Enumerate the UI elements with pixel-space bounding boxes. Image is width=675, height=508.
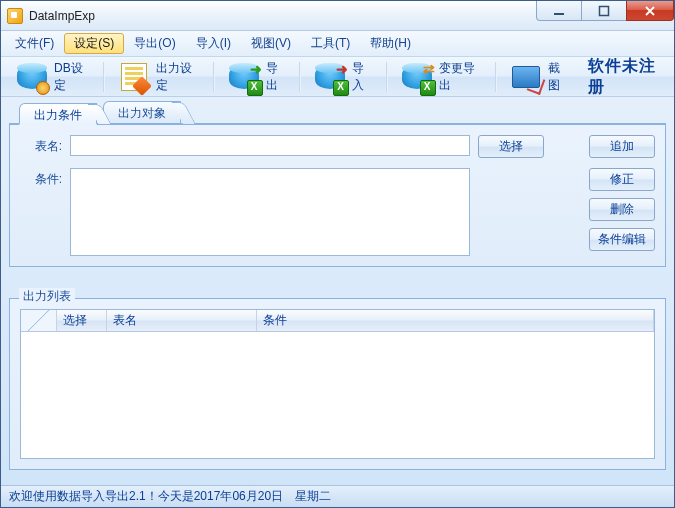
select-button[interactable]: 选择 [478, 135, 544, 158]
modify-button[interactable]: 修正 [589, 168, 655, 191]
condition-label: 条件: [20, 168, 62, 188]
output-grid[interactable]: 选择 表名 条件 [20, 309, 655, 459]
toolbar-separator [299, 62, 301, 92]
condition-input[interactable] [70, 168, 470, 256]
note-pencil-icon [118, 61, 150, 93]
unregistered-label: 软件未注册 [588, 56, 668, 98]
tab-row: 出力条件 出力对象 [9, 103, 666, 125]
tool-export[interactable]: ➜ 导出 [219, 60, 296, 94]
db-import-icon: ➜ [314, 61, 346, 93]
toolbar-separator [103, 62, 105, 92]
menubar: 文件(F) 设定(S) 导出(O) 导入(I) 视图(V) 工具(T) 帮助(H… [1, 31, 674, 57]
grid-header: 选择 表名 条件 [21, 310, 654, 332]
tool-out-config[interactable]: 出力设定 [109, 60, 208, 94]
tool-change-export[interactable]: ⇄ 变更导出 [392, 60, 491, 94]
window-title: DataImpExp [29, 9, 95, 23]
add-button[interactable]: 追加 [589, 135, 655, 158]
maximize-button[interactable] [581, 1, 627, 21]
minimize-button[interactable] [536, 1, 582, 21]
delete-button[interactable]: 删除 [589, 198, 655, 221]
cond-edit-button[interactable]: 条件编辑 [589, 228, 655, 251]
toolbar-separator [386, 62, 388, 92]
svg-rect-0 [554, 13, 564, 15]
toolbar-separator [213, 62, 215, 92]
output-conditions-panel: 表名: 选择 追加 条件: 修正 删除 条件编辑 [9, 125, 666, 267]
status-text: 欢迎使用数据导入导出2.1！今天是2017年06月20日 星期二 [9, 488, 331, 505]
svg-rect-1 [600, 6, 609, 15]
window-controls [537, 1, 674, 21]
close-icon [644, 5, 656, 17]
table-name-label: 表名: [20, 135, 62, 155]
db-swap-icon: ⇄ [401, 61, 433, 93]
menu-import[interactable]: 导入(I) [186, 31, 241, 56]
menu-tools[interactable]: 工具(T) [301, 31, 360, 56]
app-icon [7, 8, 23, 24]
tab-output-conditions[interactable]: 出力条件 [19, 103, 97, 125]
output-list-label: 出力列表 [19, 288, 75, 305]
output-list-group: 出力列表 选择 表名 条件 [9, 281, 666, 470]
database-icon [16, 61, 48, 93]
statusbar: 欢迎使用数据导入导出2.1！今天是2017年06月20日 星期二 [1, 485, 674, 507]
grid-col-table[interactable]: 表名 [107, 310, 257, 331]
maximize-icon [598, 5, 610, 17]
tool-screenshot[interactable]: 截图 [501, 60, 578, 94]
table-name-input[interactable] [70, 135, 470, 156]
grid-col-select[interactable]: 选择 [57, 310, 107, 331]
tool-db-config[interactable]: DB设定 [7, 60, 99, 94]
tool-out-config-label: 出力设定 [156, 60, 199, 94]
tool-import[interactable]: ➜ 导入 [305, 60, 382, 94]
db-export-icon: ➜ [228, 61, 260, 93]
grid-col-cond[interactable]: 条件 [257, 310, 654, 331]
tool-screenshot-label: 截图 [548, 60, 569, 94]
titlebar: DataImpExp [1, 1, 674, 31]
grid-body[interactable] [21, 332, 654, 458]
client-area: 出力条件 出力对象 表名: 选择 追加 条件: 修正 删除 条件编辑 [1, 97, 674, 485]
tool-import-label: 导入 [352, 60, 373, 94]
tab-output-target[interactable]: 出力对象 [103, 101, 181, 123]
toolbar: DB设定 出力设定 ➜ 导出 ➜ 导入 ⇄ 变更导出 截图 软件未注册 [1, 57, 674, 97]
close-button[interactable] [626, 1, 674, 21]
minimize-icon [553, 5, 565, 17]
menu-export[interactable]: 导出(O) [124, 31, 185, 56]
grid-corner[interactable] [21, 310, 57, 331]
tool-db-config-label: DB设定 [54, 60, 90, 94]
tool-export-label: 导出 [266, 60, 287, 94]
menu-view[interactable]: 视图(V) [241, 31, 301, 56]
screenshot-icon [510, 61, 542, 93]
toolbar-separator [495, 62, 497, 92]
app-window: DataImpExp 文件(F) 设定(S) 导出(O) 导入(I) 视图(V)… [0, 0, 675, 508]
menu-settings[interactable]: 设定(S) [64, 33, 124, 54]
menu-file[interactable]: 文件(F) [5, 31, 64, 56]
menu-help[interactable]: 帮助(H) [360, 31, 421, 56]
tool-change-export-label: 变更导出 [439, 60, 482, 94]
